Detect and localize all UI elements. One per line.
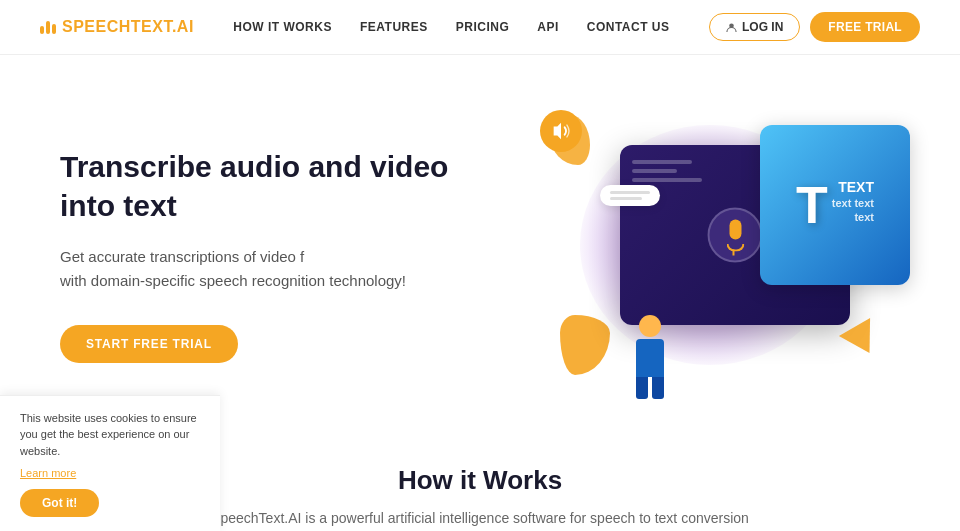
- cookie-banner: This website uses cookies to ensure you …: [0, 395, 220, 532]
- screen-line: [632, 160, 692, 164]
- login-button[interactable]: LOG IN: [709, 13, 800, 41]
- mic-body: [729, 219, 741, 239]
- nav-features[interactable]: FEATURES: [360, 20, 428, 34]
- hero-headline: Transcribe audio and video into text: [60, 147, 480, 225]
- nav-pricing[interactable]: PRICING: [456, 20, 510, 34]
- text-label-1: TEXT: [838, 179, 874, 195]
- bubble-line: [610, 197, 642, 200]
- free-trial-button[interactable]: FREE TRIAL: [810, 12, 920, 42]
- screen-lines: [632, 160, 702, 182]
- hero-illustration: T TEXT text text text: [520, 115, 900, 395]
- mic-line: [732, 249, 734, 255]
- sound-badge: [540, 110, 582, 152]
- how-it-works-description: SpeechText.AI is a powerful artificial i…: [200, 508, 760, 531]
- cookie-text: This website uses cookies to ensure you …: [20, 410, 200, 460]
- screen-line: [632, 169, 677, 173]
- cookie-learn-more[interactable]: Learn more: [20, 467, 200, 479]
- main-nav: HOW IT WORKS FEATURES PRICING API CONTAC…: [233, 20, 669, 34]
- microphone-icon: [724, 219, 746, 251]
- logo-text: SPEECHTEXT.AI: [62, 18, 194, 36]
- text-label-2: text text: [832, 197, 874, 209]
- char-legs: [636, 377, 664, 399]
- yellow-blob-bottom: [560, 315, 610, 375]
- cookie-accept-button[interactable]: Got it!: [20, 489, 99, 517]
- blue-card: T TEXT text text text: [760, 125, 910, 285]
- nav-contact[interactable]: CONTACT US: [587, 20, 670, 34]
- text-label-3: text: [854, 211, 874, 223]
- mic-circle: [708, 208, 763, 263]
- screen-line: [632, 178, 702, 182]
- chat-bubble: [600, 185, 660, 206]
- big-t-letter: T: [796, 179, 828, 231]
- nav-api[interactable]: API: [537, 20, 559, 34]
- hero-subtext: Get accurate transcriptions of video f w…: [60, 245, 480, 293]
- hero-section: Transcribe audio and video into text Get…: [0, 55, 960, 435]
- text-labels: TEXT text text text: [832, 179, 874, 223]
- mic-stand: [726, 243, 744, 251]
- bubble-line: [610, 191, 650, 194]
- nav-how-it-works[interactable]: HOW IT WORKS: [233, 20, 332, 34]
- char-leg-right: [652, 377, 664, 399]
- character-illustration: [630, 315, 670, 405]
- hero-content: Transcribe audio and video into text Get…: [60, 147, 480, 363]
- logo-bars-icon: [40, 21, 56, 34]
- logo: SPEECHTEXT.AI: [40, 18, 194, 36]
- char-body: [636, 339, 664, 377]
- header: SPEECHTEXT.AI HOW IT WORKS FEATURES PRIC…: [0, 0, 960, 55]
- char-head: [639, 315, 661, 337]
- start-trial-button[interactable]: START FREE TRIAL: [60, 325, 238, 363]
- header-buttons: LOG IN FREE TRIAL: [709, 12, 920, 42]
- person-icon: [726, 22, 737, 33]
- char-leg-left: [636, 377, 648, 399]
- sound-waves-icon: [550, 120, 572, 142]
